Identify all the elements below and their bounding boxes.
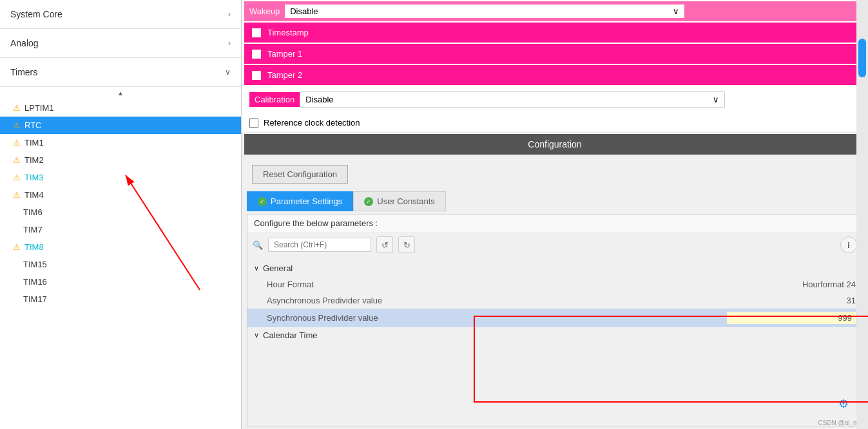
ref-clock-row: Reference clock detection (242, 114, 868, 131)
sidebar-item-label: TIM7 (23, 225, 43, 234)
sidebar-category-label: Timers (10, 67, 37, 77)
nav-back-button[interactable]: ↺ (376, 236, 393, 253)
sidebar-item-tim3[interactable]: ⚠ TIM3 (0, 169, 241, 186)
sidebar-item-label: TIM1 (24, 138, 44, 148)
tabs-row: ✓ Parameter Settings ✓ User Constants (247, 191, 863, 211)
sidebar-item-tim2[interactable]: ⚠ TIM2 (0, 151, 241, 169)
warning-icon: ⚠ (13, 120, 21, 130)
wakeup-label: Wakeup (249, 6, 280, 16)
tab-check-icon: ✓ (364, 197, 373, 206)
sidebar-item-label: TIM17 (23, 294, 47, 304)
sidebar-category-label: Analog (10, 38, 39, 48)
calibration-value: Disable (305, 95, 333, 104)
tamper1-checkbox[interactable] (252, 50, 261, 59)
sidebar-item-rtc[interactable]: ⚠ RTC (0, 117, 241, 134)
tab-label: User Constants (377, 196, 435, 206)
warning-icon: ⚠ (13, 242, 21, 252)
calibration-row: Calibration Disable ∨ (244, 88, 865, 111)
sidebar-item-label: RTC (24, 120, 41, 130)
calibration-label: Calibration (249, 92, 300, 107)
tab-check-icon: ✓ (258, 197, 267, 206)
sidebar-item-label: TIM8 (24, 242, 44, 252)
configure-label: Configure the below parameters : (247, 214, 862, 233)
config-header: Configuration (244, 134, 865, 155)
search-row: 🔍 ↺ ↻ i (247, 233, 862, 258)
timestamp-checkbox[interactable] (252, 28, 261, 37)
wakeup-row: Wakeup Disable ∨ (244, 1, 865, 21)
sidebar: System Core › Analog › Timers ∨ ▲ ⚠ LPTI… (0, 0, 242, 429)
sidebar-item-tim8[interactable]: ⚠ TIM8 (0, 238, 241, 256)
tree-item-name: Hour Format (267, 280, 727, 289)
warning-icon: ⚠ (13, 155, 21, 165)
tamper2-checkbox[interactable] (252, 71, 261, 80)
sidebar-item-label: LPTIM1 (24, 103, 54, 113)
tree-area: ∨ General Hour Format Hourformat 24 Asyn… (247, 258, 862, 426)
tree-group-calendar-time[interactable]: ∨ Calendar Time (247, 327, 862, 343)
params-area: Configure the below parameters : 🔍 ↺ ↻ i… (247, 214, 863, 426)
tree-item-value: Hourformat 24 (727, 280, 856, 289)
calibration-dropdown-icon: ∨ (713, 95, 719, 104)
sidebar-item-label: TIM2 (24, 155, 44, 165)
search-input[interactable] (268, 238, 371, 252)
sidebar-item-tim1[interactable]: ⚠ TIM1 (0, 134, 241, 151)
reset-config-area: Reset Configuration (242, 157, 868, 191)
tree-item-name: Synchronous Predivider value (267, 313, 727, 323)
sidebar-item-tim6[interactable]: TIM6 (0, 204, 241, 221)
sidebar-item-tim7[interactable]: TIM7 (0, 221, 241, 238)
sidebar-item-label: TIM6 (23, 207, 43, 217)
chevron-right-icon: › (228, 39, 231, 48)
tree-group-general[interactable]: ∨ General (247, 260, 862, 276)
scrollbar-thumb[interactable] (858, 39, 866, 77)
sidebar-item-tim16[interactable]: TIM16 (0, 273, 241, 291)
tab-label: Parameter Settings (271, 196, 342, 206)
sidebar-item-lptim1[interactable]: ⚠ LPTIM1 (0, 99, 241, 117)
chevron-down-icon: ∨ (254, 264, 259, 272)
group-label: Calendar Time (263, 330, 318, 340)
top-section: Wakeup Disable ∨ Timestamp Tamper 1 Tamp… (242, 0, 868, 131)
sidebar-item-label: TIM3 (24, 173, 44, 182)
scroll-up-indicator[interactable]: ▲ (0, 87, 241, 99)
chevron-right-icon: › (228, 10, 231, 19)
tree-item-name: Asynchronous Predivider value (267, 296, 727, 305)
tree-item-async-predivider[interactable]: Asynchronous Predivider value 31 (247, 292, 862, 309)
info-button[interactable]: i (840, 236, 857, 253)
sidebar-item-label: TIM16 (23, 277, 47, 287)
wakeup-select[interactable]: Disable ∨ (285, 5, 684, 18)
tab-user-constants[interactable]: ✓ User Constants (353, 191, 446, 211)
sidebar-category-timers[interactable]: Timers ∨ (0, 58, 241, 87)
reset-config-button[interactable]: Reset Configuration (252, 165, 348, 184)
sidebar-item-tim17[interactable]: TIM17 (0, 291, 241, 308)
wakeup-dropdown-icon: ∨ (673, 6, 679, 16)
calibration-select[interactable]: Disable ∨ (300, 91, 725, 108)
gear-icon[interactable]: ⚙ (838, 397, 849, 411)
tree-item-value: 999 (727, 312, 856, 324)
main-content: Wakeup Disable ∨ Timestamp Tamper 1 Tamp… (242, 0, 868, 429)
timestamp-row: Timestamp (244, 23, 865, 43)
tamper2-row: Tamper 2 (244, 65, 865, 85)
tree-item-hour-format[interactable]: Hour Format Hourformat 24 (247, 276, 862, 292)
sidebar-item-label: TIM4 (24, 190, 44, 200)
tamper1-label: Tamper 1 (267, 49, 302, 59)
timestamp-label: Timestamp (267, 28, 309, 37)
search-icon: 🔍 (253, 240, 263, 250)
sidebar-item-tim15[interactable]: TIM15 (0, 256, 241, 273)
warning-icon: ⚠ (13, 103, 21, 113)
tree-item-value: 31 (727, 296, 856, 305)
warning-icon: ⚠ (13, 173, 21, 182)
sidebar-category-system-core[interactable]: System Core › (0, 0, 241, 29)
right-scrollbar[interactable] (856, 0, 868, 429)
chevron-right-icon: ∨ (254, 331, 259, 339)
tamper2-label: Tamper 2 (267, 70, 302, 80)
sidebar-item-label: TIM15 (23, 260, 47, 269)
tree-item-sync-predivider[interactable]: Synchronous Predivider value 999 (247, 309, 862, 327)
nav-forward-button[interactable]: ↻ (398, 236, 415, 253)
tamper1-row: Tamper 1 (244, 44, 865, 64)
sidebar-category-analog[interactable]: Analog › (0, 29, 241, 58)
ref-clock-checkbox[interactable] (249, 119, 258, 128)
warning-icon: ⚠ (13, 190, 21, 200)
sidebar-item-tim4[interactable]: ⚠ TIM4 (0, 186, 241, 204)
wakeup-value: Disable (290, 6, 318, 16)
warning-icon: ⚠ (13, 138, 21, 148)
tab-parameter-settings[interactable]: ✓ Parameter Settings (247, 191, 353, 211)
sidebar-category-label: System Core (10, 9, 63, 19)
